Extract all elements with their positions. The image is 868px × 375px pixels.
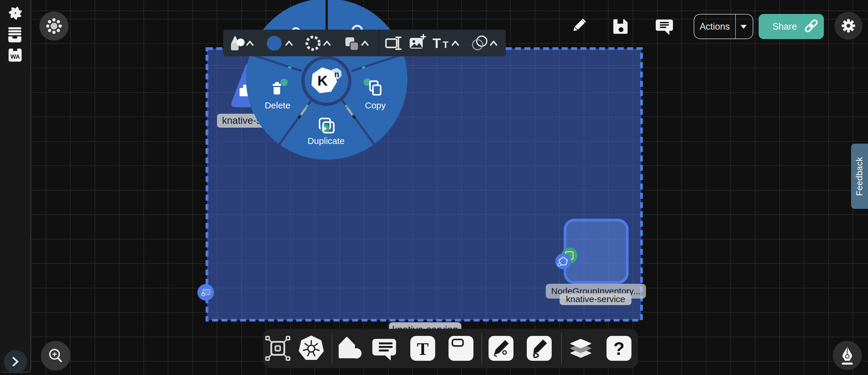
svg-text:?: ? [613, 338, 625, 359]
svg-text:WA: WA [10, 53, 20, 60]
svg-text:T: T [417, 339, 429, 359]
svg-text:T: T [433, 36, 441, 51]
svg-text:T: T [443, 39, 448, 50]
